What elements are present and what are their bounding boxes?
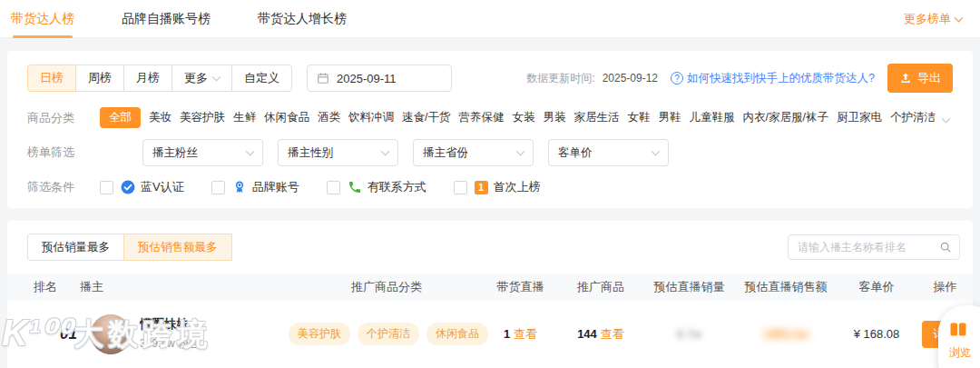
chevron-down-icon: [652, 147, 661, 156]
period-tab-monthly[interactable]: 月榜: [123, 65, 172, 92]
brand-badge-icon: [232, 180, 247, 194]
sort-tab-volume[interactable]: 预估销量最多: [27, 234, 124, 261]
period-tab-custom[interactable]: 自定义: [231, 65, 292, 92]
column-header-est-live-volume: 预估直播销量: [642, 279, 736, 295]
sort-tab-gmv[interactable]: 预估销售额最多: [123, 234, 232, 261]
checkbox[interactable]: [327, 181, 340, 194]
tab-label: 带货达人榜: [11, 11, 74, 27]
search-icon[interactable]: [939, 241, 952, 254]
live-session-count: 1: [504, 327, 510, 341]
column-header-promoted-products: 推广商品: [559, 279, 642, 295]
help-link[interactable]: ? 如何快速找到快手上的优质带货达人?: [671, 71, 875, 86]
column-header-promoted-categories: 推广商品分类: [291, 279, 482, 295]
first-rank-badge-icon: 1: [475, 181, 488, 194]
chevron-down-icon: [246, 147, 255, 156]
tab-influencer-growth-ranking[interactable]: 带货达人增长榜: [258, 0, 347, 38]
period-tab-daily[interactable]: 日榜: [27, 65, 76, 92]
toolbar-row: 日榜 周榜 月榜 更多 自定义 2025-09-11 数据更新时间: 2025-…: [27, 64, 953, 93]
category-item[interactable]: 个护清洁: [890, 110, 936, 125]
floating-browse-widget[interactable]: 浏览: [938, 305, 980, 368]
category-filter-row: 商品分类 全部 美妆 美容护肤 生鲜 休闲食品 酒类 饮料冲调 速食/干货 营养…: [27, 107, 953, 128]
category-item[interactable]: 速食/干货: [402, 110, 450, 125]
host-info: 懵圈妹妹 399.4w 粉丝: [140, 316, 206, 352]
more-rankings-link[interactable]: 更多榜单: [904, 11, 962, 27]
select-value: 播主省份: [423, 145, 468, 161]
expand-categories-button[interactable]: [932, 111, 953, 124]
top-tab-bar: 带货达人榜 品牌自播账号榜 带货达人增长榜 更多榜单: [0, 0, 980, 38]
host-province-select[interactable]: 播主省份: [413, 139, 534, 166]
date-picker[interactable]: 2025-09-11: [307, 65, 452, 92]
category-item[interactable]: 男鞋: [658, 110, 681, 125]
view-products-link[interactable]: 查看: [601, 326, 624, 343]
filter-panel: 日榜 周榜 月榜 更多 自定义 2025-09-11 数据更新时间: 2025-…: [7, 51, 973, 208]
export-button[interactable]: 导出: [887, 64, 953, 93]
checkbox[interactable]: [100, 181, 113, 194]
phone-icon: [348, 180, 362, 194]
condition-label: 蓝V认证: [141, 179, 184, 195]
host-gender-select[interactable]: 播主性别: [278, 139, 398, 166]
list-filter-row: 榜单筛选 播主粉丝 播主性别 播主省份 客单价: [27, 139, 953, 166]
category-item[interactable]: 美容护肤: [180, 110, 225, 125]
category-item[interactable]: 美妆: [149, 110, 172, 125]
category-item[interactable]: 休闲食品: [264, 110, 309, 125]
browse-label: 浏览: [949, 345, 971, 361]
period-tab-weekly[interactable]: 周榜: [75, 65, 124, 92]
search-box: [788, 234, 960, 260]
condition-label: 有联系方式: [368, 179, 426, 195]
chevron-down-icon: [381, 147, 390, 156]
more-rankings-label: 更多榜单: [904, 11, 951, 27]
chevron-down-icon: [942, 114, 951, 124]
select-value: 客单价: [558, 145, 593, 161]
category-item[interactable]: 男装: [543, 110, 565, 125]
category-item[interactable]: 营养保健: [458, 110, 504, 125]
condition-filter-label: 筛选条件: [27, 179, 100, 195]
host-followers-select[interactable]: 播主粉丝: [142, 139, 263, 166]
table-row: 01 懵圈妹妹 399.4w 粉丝 美容护肤 个护清洁 休闲食品 1 查看 14…: [7, 301, 973, 367]
column-header-avg-price: 客单价: [836, 279, 917, 295]
category-item[interactable]: 生鲜: [233, 110, 256, 125]
filter-first-on-list[interactable]: 1 首次上榜: [454, 179, 541, 195]
promoted-product-count: 144: [577, 327, 597, 341]
follower-count: 399.4w 粉丝: [140, 336, 206, 352]
checkbox[interactable]: [211, 181, 225, 194]
period-tab-more[interactable]: 更多: [172, 65, 232, 92]
column-header-rank: 排名: [7, 279, 80, 295]
view-live-sessions-link[interactable]: 查看: [514, 326, 537, 343]
period-tab-group: 日榜 周榜 月榜 更多 自定义: [27, 65, 292, 92]
filter-brand-account[interactable]: 品牌账号: [211, 179, 299, 195]
category-item[interactable]: 厨卫家电: [837, 110, 882, 125]
filter-blue-v-verified[interactable]: 蓝V认证: [100, 179, 184, 195]
avg-price-select[interactable]: 客单价: [548, 139, 669, 166]
tab-label: 品牌自播账号榜: [122, 11, 211, 27]
table-toolbar: 预估销量最多 预估销售额最多: [7, 234, 973, 261]
phone-icon[interactable]: [194, 319, 206, 331]
category-item-all[interactable]: 全部: [100, 107, 141, 128]
upload-icon: [899, 72, 912, 85]
category-item[interactable]: 女鞋: [627, 110, 650, 125]
host-name[interactable]: 懵圈妹妹: [140, 316, 189, 333]
avatar-blur: [91, 314, 131, 354]
date-value: 2025-09-11: [337, 72, 397, 85]
update-time-label: 数据更新时间:: [526, 71, 594, 86]
update-time-value: 2025-09-12: [603, 72, 658, 85]
blue-check-circle-icon: [121, 180, 135, 194]
calendar-icon: [317, 72, 329, 85]
rank-number: 01: [60, 325, 77, 343]
category-item[interactable]: 女装: [512, 110, 534, 125]
tab-sales-influencer-ranking[interactable]: 带货达人榜: [11, 0, 74, 38]
avatar[interactable]: [91, 314, 131, 354]
checkbox[interactable]: [454, 181, 467, 194]
category-item[interactable]: 酒类: [318, 110, 340, 125]
tab-brand-selfbroadcast-ranking[interactable]: 品牌自播账号榜: [122, 0, 211, 38]
filter-has-contact[interactable]: 有联系方式: [327, 179, 426, 195]
chevron-down-icon: [516, 147, 525, 156]
category-item[interactable]: 饮料冲调: [348, 110, 394, 125]
tab-label: 带货达人增长榜: [258, 11, 347, 27]
category-item[interactable]: 儿童鞋服: [689, 110, 734, 125]
search-host-input[interactable]: [798, 241, 939, 254]
category-item[interactable]: 内衣/家居服/袜子: [742, 110, 828, 125]
category-tag: 美容护肤: [289, 323, 350, 345]
column-header-host: 播主: [80, 279, 291, 295]
category-item[interactable]: 家居生活: [573, 110, 619, 125]
category-tag: 休闲食品: [426, 323, 488, 345]
